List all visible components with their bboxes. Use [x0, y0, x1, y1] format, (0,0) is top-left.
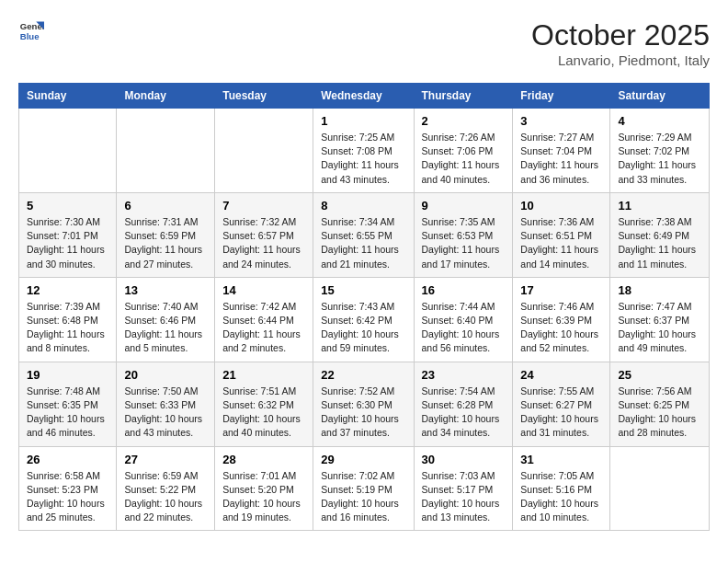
calendar-cell: 20Sunrise: 7:50 AM Sunset: 6:33 PM Dayli… — [117, 362, 215, 446]
calendar-cell: 7Sunrise: 7:32 AM Sunset: 6:57 PM Daylig… — [215, 192, 313, 277]
calendar-cell: 12Sunrise: 7:39 AM Sunset: 6:48 PM Dayli… — [19, 277, 117, 362]
calendar-cell: 17Sunrise: 7:46 AM Sunset: 6:39 PM Dayli… — [513, 277, 610, 362]
day-info: Sunrise: 7:35 AM Sunset: 6:53 PM Dayligh… — [422, 215, 506, 271]
calendar-cell: 31Sunrise: 7:05 AM Sunset: 5:16 PM Dayli… — [513, 446, 610, 531]
day-info: Sunrise: 7:25 AM Sunset: 7:08 PM Dayligh… — [321, 131, 405, 187]
calendar-cell: 29Sunrise: 7:02 AM Sunset: 5:19 PM Dayli… — [313, 446, 414, 531]
day-number: 24 — [520, 368, 602, 382]
calendar-cell: 9Sunrise: 7:35 AM Sunset: 6:53 PM Daylig… — [414, 192, 513, 277]
calendar-cell: 26Sunrise: 6:58 AM Sunset: 5:23 PM Dayli… — [19, 446, 117, 531]
day-number: 1 — [321, 114, 405, 128]
day-number: 17 — [520, 283, 602, 297]
day-info: Sunrise: 7:48 AM Sunset: 6:35 PM Dayligh… — [27, 385, 108, 441]
day-number: 12 — [27, 283, 108, 297]
day-info: Sunrise: 7:01 AM Sunset: 5:20 PM Dayligh… — [222, 469, 305, 525]
day-info: Sunrise: 7:03 AM Sunset: 5:17 PM Dayligh… — [422, 469, 506, 525]
week-row-3: 12Sunrise: 7:39 AM Sunset: 6:48 PM Dayli… — [19, 277, 710, 362]
day-info: Sunrise: 7:51 AM Sunset: 6:32 PM Dayligh… — [222, 385, 305, 441]
day-number: 27 — [124, 453, 207, 466]
calendar-cell: 30Sunrise: 7:03 AM Sunset: 5:17 PM Dayli… — [414, 446, 513, 531]
day-info: Sunrise: 7:38 AM Sunset: 6:49 PM Dayligh… — [618, 215, 701, 271]
calendar-cell: 25Sunrise: 7:56 AM Sunset: 6:25 PM Dayli… — [610, 362, 710, 446]
day-info: Sunrise: 7:36 AM Sunset: 6:51 PM Dayligh… — [520, 215, 602, 271]
day-number: 11 — [618, 199, 701, 213]
calendar-cell: 27Sunrise: 6:59 AM Sunset: 5:22 PM Dayli… — [117, 446, 215, 531]
svg-text:Blue: Blue — [20, 31, 40, 41]
weekday-header-thursday: Thursday — [414, 84, 513, 109]
week-row-5: 26Sunrise: 6:58 AM Sunset: 5:23 PM Dayli… — [19, 446, 710, 531]
calendar-cell: 4Sunrise: 7:29 AM Sunset: 7:02 PM Daylig… — [610, 109, 710, 193]
day-number: 9 — [422, 199, 506, 213]
day-number: 25 — [618, 368, 701, 382]
day-info: Sunrise: 7:29 AM Sunset: 7:02 PM Dayligh… — [618, 131, 701, 187]
day-number: 31 — [520, 453, 602, 466]
weekday-header-sunday: Sunday — [19, 84, 117, 109]
day-number: 13 — [124, 283, 207, 297]
day-number: 5 — [27, 199, 108, 213]
week-row-1: 1Sunrise: 7:25 AM Sunset: 7:08 PM Daylig… — [19, 109, 710, 193]
day-info: Sunrise: 7:42 AM Sunset: 6:44 PM Dayligh… — [222, 300, 305, 356]
logo-icon: General Blue — [18, 18, 44, 44]
day-number: 7 — [222, 199, 305, 213]
calendar-cell: 23Sunrise: 7:54 AM Sunset: 6:28 PM Dayli… — [414, 362, 513, 446]
day-info: Sunrise: 7:32 AM Sunset: 6:57 PM Dayligh… — [222, 215, 305, 271]
calendar-cell: 21Sunrise: 7:51 AM Sunset: 6:32 PM Dayli… — [215, 362, 313, 446]
page-header: General Blue October 2025 Lanvario, Pied… — [18, 18, 710, 68]
day-info: Sunrise: 7:40 AM Sunset: 6:46 PM Dayligh… — [124, 300, 207, 356]
calendar-cell: 3Sunrise: 7:27 AM Sunset: 7:04 PM Daylig… — [513, 109, 610, 193]
day-info: Sunrise: 7:44 AM Sunset: 6:40 PM Dayligh… — [422, 300, 506, 356]
day-number: 15 — [321, 283, 405, 297]
day-info: Sunrise: 6:58 AM Sunset: 5:23 PM Dayligh… — [27, 469, 108, 525]
day-number: 2 — [422, 114, 506, 128]
day-number: 10 — [520, 199, 602, 213]
day-number: 30 — [422, 453, 506, 466]
calendar-cell: 1Sunrise: 7:25 AM Sunset: 7:08 PM Daylig… — [313, 109, 414, 193]
weekday-header-row: SundayMondayTuesdayWednesdayThursdayFrid… — [19, 84, 710, 109]
weekday-header-wednesday: Wednesday — [313, 84, 414, 109]
day-info: Sunrise: 7:47 AM Sunset: 6:37 PM Dayligh… — [618, 300, 701, 356]
day-info: Sunrise: 7:43 AM Sunset: 6:42 PM Dayligh… — [321, 300, 405, 356]
day-info: Sunrise: 7:52 AM Sunset: 6:30 PM Dayligh… — [321, 385, 405, 441]
weekday-header-tuesday: Tuesday — [215, 84, 313, 109]
day-number: 14 — [222, 283, 305, 297]
day-info: Sunrise: 7:54 AM Sunset: 6:28 PM Dayligh… — [422, 385, 506, 441]
calendar-cell: 13Sunrise: 7:40 AM Sunset: 6:46 PM Dayli… — [117, 277, 215, 362]
day-number: 6 — [124, 199, 207, 213]
calendar-cell — [117, 109, 215, 193]
day-number: 22 — [321, 368, 405, 382]
day-info: Sunrise: 7:50 AM Sunset: 6:33 PM Dayligh… — [124, 385, 207, 441]
weekday-header-monday: Monday — [117, 84, 215, 109]
day-number: 26 — [27, 453, 108, 466]
calendar-cell: 22Sunrise: 7:52 AM Sunset: 6:30 PM Dayli… — [313, 362, 414, 446]
title-block: October 2025 Lanvario, Piedmont, Italy — [531, 18, 710, 68]
day-info: Sunrise: 6:59 AM Sunset: 5:22 PM Dayligh… — [124, 469, 207, 525]
day-info: Sunrise: 7:46 AM Sunset: 6:39 PM Dayligh… — [520, 300, 602, 356]
calendar-cell: 24Sunrise: 7:55 AM Sunset: 6:27 PM Dayli… — [513, 362, 610, 446]
day-number: 18 — [618, 283, 701, 297]
calendar-cell: 2Sunrise: 7:26 AM Sunset: 7:06 PM Daylig… — [414, 109, 513, 193]
calendar-cell: 19Sunrise: 7:48 AM Sunset: 6:35 PM Dayli… — [19, 362, 117, 446]
weekday-header-saturday: Saturday — [610, 84, 710, 109]
day-info: Sunrise: 7:39 AM Sunset: 6:48 PM Dayligh… — [27, 300, 108, 356]
day-number: 23 — [422, 368, 506, 382]
day-number: 3 — [520, 114, 602, 128]
day-info: Sunrise: 7:26 AM Sunset: 7:06 PM Dayligh… — [422, 131, 506, 187]
calendar-cell: 11Sunrise: 7:38 AM Sunset: 6:49 PM Dayli… — [610, 192, 710, 277]
day-number: 8 — [321, 199, 405, 213]
day-number: 19 — [27, 368, 108, 382]
calendar-cell: 6Sunrise: 7:31 AM Sunset: 6:59 PM Daylig… — [117, 192, 215, 277]
calendar-cell: 28Sunrise: 7:01 AM Sunset: 5:20 PM Dayli… — [215, 446, 313, 531]
calendar-cell: 18Sunrise: 7:47 AM Sunset: 6:37 PM Dayli… — [610, 277, 710, 362]
day-number: 16 — [422, 283, 506, 297]
week-row-4: 19Sunrise: 7:48 AM Sunset: 6:35 PM Dayli… — [19, 362, 710, 446]
weekday-header-friday: Friday — [513, 84, 610, 109]
calendar-cell: 14Sunrise: 7:42 AM Sunset: 6:44 PM Dayli… — [215, 277, 313, 362]
day-number: 20 — [124, 368, 207, 382]
calendar-cell — [610, 446, 710, 531]
calendar-cell: 10Sunrise: 7:36 AM Sunset: 6:51 PM Dayli… — [513, 192, 610, 277]
day-number: 28 — [222, 453, 305, 466]
day-info: Sunrise: 7:30 AM Sunset: 7:01 PM Dayligh… — [27, 215, 108, 271]
calendar-cell: 16Sunrise: 7:44 AM Sunset: 6:40 PM Dayli… — [414, 277, 513, 362]
day-info: Sunrise: 7:05 AM Sunset: 5:16 PM Dayligh… — [520, 469, 602, 525]
day-number: 4 — [618, 114, 701, 128]
